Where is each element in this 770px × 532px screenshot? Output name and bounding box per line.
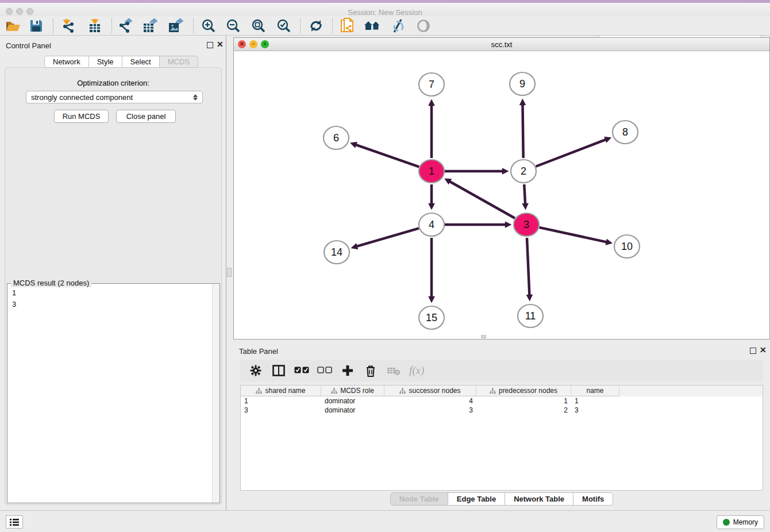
run-mcds-button[interactable]: Run MCDS [54, 110, 109, 123]
node-label: 3 [523, 219, 529, 230]
graph-node-4[interactable]: 4 [419, 213, 444, 236]
table-cell[interactable]: dominator [321, 406, 384, 415]
zoom-selected-icon[interactable] [275, 18, 292, 34]
tab-edge-table[interactable]: Edge Table [448, 492, 505, 506]
mcds-result-line: 1 [12, 287, 16, 299]
graph-node-15[interactable]: 15 [419, 306, 444, 329]
show-all-icon[interactable] [415, 18, 432, 34]
column-header-successor-nodes[interactable]: successor nodes [384, 385, 476, 396]
graph-edge-2-8[interactable] [536, 140, 606, 167]
tab-motifs[interactable]: Motifs [573, 492, 613, 506]
tab-select[interactable]: Select [122, 56, 160, 68]
table-cell[interactable]: 4 [384, 396, 476, 406]
open-session-icon[interactable] [5, 18, 22, 34]
graph-edge-2-9[interactable] [522, 105, 523, 158]
column-header-name[interactable]: name [571, 385, 619, 396]
tab-mcds[interactable]: MCDS [160, 56, 198, 68]
graph-node-10[interactable]: 10 [614, 235, 640, 258]
table-cell[interactable]: 2 [476, 406, 571, 415]
memory-button-label: Memory [733, 518, 758, 526]
export-table-icon[interactable] [141, 18, 159, 34]
hide-selected-icon[interactable] [389, 18, 406, 34]
graph-node-11[interactable]: 11 [518, 304, 543, 327]
optimization-criterion-label: Optimization criterion: [0, 79, 226, 87]
dropdown-arrows-icon [193, 94, 198, 101]
node-label: 2 [521, 165, 526, 177]
memory-button[interactable]: Memory [717, 515, 764, 529]
close-table-panel-icon[interactable]: ✕ [760, 346, 767, 354]
memory-status-icon [723, 519, 730, 526]
zoom-fit-icon[interactable] [250, 18, 267, 34]
table-cell[interactable]: 1 [241, 396, 321, 406]
network-canvas[interactable]: 7968124314101511 [234, 51, 769, 339]
toolbar-separator [193, 18, 194, 33]
network-scrollbar-thumb[interactable] [481, 335, 486, 338]
table-cell[interactable]: 3 [571, 406, 619, 415]
tab-style[interactable]: Style [89, 56, 122, 68]
import-table-icon[interactable] [86, 18, 103, 34]
deselect-checkboxes-icon[interactable] [317, 363, 332, 378]
mcds-result-lines: 13 [12, 287, 16, 310]
delete-column-icon[interactable] [363, 363, 378, 378]
network-window-title: scc.txt [234, 40, 769, 49]
float-table-panel-icon[interactable] [750, 348, 756, 354]
apply-layout-icon[interactable] [307, 18, 325, 34]
status-bar: Memory [0, 510, 770, 532]
column-header-predecessor-nodes[interactable]: predecessor nodes [476, 385, 571, 396]
table-cell[interactable]: 3 [384, 406, 476, 415]
delete-table-icon[interactable] [386, 363, 401, 378]
import-network-icon[interactable] [60, 18, 77, 34]
graph-node-6[interactable]: 6 [324, 126, 349, 149]
zoom-out-icon[interactable] [225, 18, 242, 34]
tab-network-table[interactable]: Network Table [505, 492, 573, 506]
table-cell[interactable]: dominator [321, 396, 384, 406]
table-cell[interactable]: 3 [241, 406, 321, 415]
function-builder-icon[interactable]: f(x) [409, 364, 424, 377]
zoom-in-icon[interactable] [200, 18, 217, 34]
close-panel-icon[interactable]: ✕ [217, 40, 224, 48]
graph-edge-4-14[interactable] [357, 228, 419, 246]
criterion-dropdown[interactable]: strongly connected component [26, 91, 203, 103]
graph-edge-1-6[interactable] [356, 145, 419, 167]
table-panel-title: Table Panel [239, 347, 278, 356]
graph-node-9[interactable]: 9 [510, 72, 535, 95]
select-all-checkboxes-icon[interactable] [294, 363, 309, 378]
graph-node-1[interactable]: 1 [419, 160, 444, 183]
result-scrollbar[interactable] [212, 284, 220, 503]
graph-edge-3-1[interactable] [449, 182, 515, 218]
close-panel-button[interactable]: Close panel [116, 110, 176, 123]
toolbar-separator [111, 18, 112, 33]
graph-node-7[interactable]: 7 [419, 73, 444, 96]
column-sort-icon [490, 388, 496, 394]
graph-node-8[interactable]: 8 [613, 121, 638, 144]
float-panel-icon[interactable] [207, 42, 213, 48]
export-network-icon[interactable] [117, 18, 134, 34]
gear-icon[interactable] [248, 363, 263, 378]
node-table: shared nameMCDS rolesuccessor nodesprede… [240, 385, 763, 491]
graph-node-14[interactable]: 14 [324, 241, 349, 264]
tab-network[interactable]: Network [44, 56, 89, 68]
new-network-from-file-icon[interactable] [339, 18, 356, 34]
table-row[interactable]: 1dominator411 [241, 396, 763, 406]
graph-node-3[interactable]: 3 [514, 213, 539, 236]
first-neighbors-icon[interactable] [364, 18, 381, 34]
mcds-result-line: 3 [12, 299, 16, 310]
table-row[interactable]: 3dominator323 [241, 406, 763, 415]
graph-edge-3-10[interactable] [539, 228, 606, 242]
splitter-grip[interactable] [227, 268, 232, 277]
save-session-icon[interactable] [28, 18, 45, 34]
table-cell[interactable]: 1 [476, 396, 571, 406]
network-window-titlebar: ✕ − + scc.txt [234, 38, 769, 51]
split-columns-icon[interactable] [271, 363, 286, 378]
export-image-icon[interactable] [167, 18, 184, 34]
graph-edge-2-3[interactable] [524, 184, 525, 204]
graph-edge-3-11[interactable] [527, 238, 529, 295]
graph-node-2[interactable]: 2 [511, 160, 536, 183]
column-header-shared-name[interactable]: shared name [241, 385, 321, 396]
tab-node-table[interactable]: Node Table [390, 492, 448, 506]
table-tabs: Node TableEdge TableNetwork TableMotifs [233, 492, 770, 506]
table-cell[interactable]: 1 [571, 396, 619, 406]
add-column-icon[interactable] [340, 363, 355, 378]
task-history-button[interactable] [6, 515, 23, 529]
column-header-MCDS-role[interactable]: MCDS role [321, 385, 384, 396]
